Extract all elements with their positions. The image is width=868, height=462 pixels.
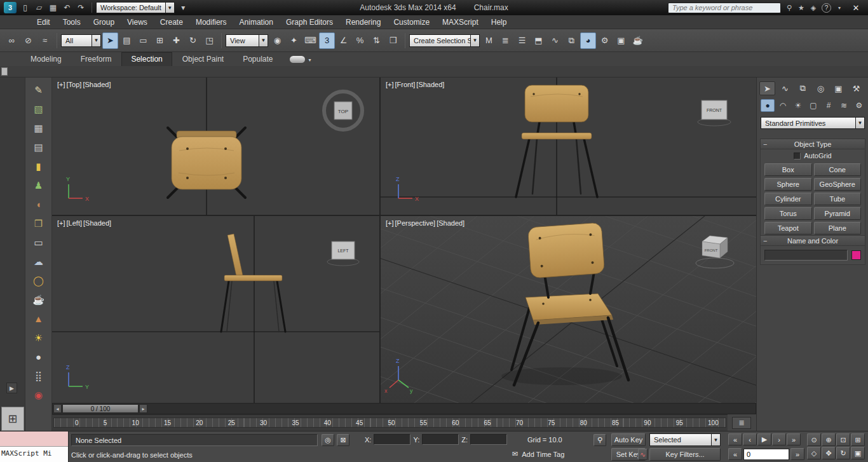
menu-item[interactable]: Views <box>121 15 154 29</box>
select-object-icon[interactable]: ➤ <box>102 32 118 49</box>
mini-curve-editor-button[interactable]: ≣ <box>732 417 751 429</box>
undo-icon[interactable]: ↶ <box>60 1 74 14</box>
viewport-menu-view[interactable]: [Perspective] <box>395 219 436 227</box>
schematic-view-icon[interactable]: ⧉ <box>564 32 580 49</box>
curve-editor-icon[interactable]: ∿ <box>547 32 563 49</box>
motion-tab-icon[interactable]: ◎ <box>813 81 829 95</box>
material-editor-icon[interactable]: ◕ <box>580 32 596 49</box>
layer-manager-icon[interactable]: ☰ <box>514 32 530 49</box>
tab-modeling[interactable]: Modeling <box>22 53 71 66</box>
viewport-perspective[interactable]: [+] [Perspective] [Shaded] <box>381 216 756 403</box>
name-and-color-rollout-header[interactable]: − Name and Color <box>761 236 865 246</box>
maxscript-mini-listener[interactable]: MAXScript Mi <box>0 431 69 462</box>
go-to-start-button[interactable]: « <box>728 433 742 445</box>
select-by-name-icon[interactable]: ▤ <box>119 32 135 49</box>
tab-freeform[interactable]: Freeform <box>72 53 121 66</box>
new-file-icon[interactable]: ▯ <box>18 1 32 14</box>
align-icon[interactable]: ≣ <box>498 32 513 49</box>
sphere-tool-icon[interactable]: ● <box>29 348 48 365</box>
communication-center-icon[interactable]: ✉ <box>512 450 518 458</box>
next-key-button[interactable]: » <box>790 448 804 460</box>
grid-array-icon[interactable]: ⣿ <box>29 367 48 384</box>
spinner-snap-icon[interactable]: ⇅ <box>369 32 384 49</box>
viewport-layout-tabs-button[interactable]: ⊞ <box>1 407 24 431</box>
viewport-left[interactable]: [+] [Left] [Shaded] <box>52 216 379 403</box>
z-field[interactable] <box>470 434 507 445</box>
help-icon[interactable]: ? <box>822 3 831 13</box>
record-icon[interactable]: ◉ <box>29 386 48 404</box>
mirror-icon[interactable]: M <box>481 32 497 49</box>
tab-object-paint[interactable]: Object Paint <box>173 53 233 66</box>
select-and-manipulate-icon[interactable]: ✦ <box>286 32 302 49</box>
geometry-icon[interactable]: ● <box>761 99 775 112</box>
viewport-front[interactable]: [+] [Front] [Shaded] <box>381 78 756 215</box>
viewport-menu-shading[interactable]: [Shaded] <box>416 81 444 88</box>
ribbon-config-arrow-icon[interactable]: ▾ <box>309 57 311 63</box>
selection-lock-icon[interactable]: ⊠ <box>337 434 349 446</box>
macro-recorder-row[interactable] <box>0 431 68 447</box>
cubes-icon[interactable]: ❒ <box>29 215 48 232</box>
box-button[interactable]: Box <box>764 163 812 176</box>
workspace-dropdown[interactable]: Workspace: Default ▼ <box>96 2 175 13</box>
viewport-menu-plus[interactable]: [+] <box>386 219 394 227</box>
app-logo-icon[interactable]: 3 <box>4 2 17 13</box>
zoom-extents-icon[interactable]: ⊡ <box>836 433 850 446</box>
render-setup-icon[interactable]: ⚙ <box>597 32 613 49</box>
search-icon[interactable]: ⚲ <box>783 2 795 13</box>
display-tab-icon[interactable]: ▣ <box>831 81 846 95</box>
close-icon[interactable]: ✕ <box>848 1 864 14</box>
chair-left-view[interactable] <box>221 234 285 332</box>
menu-item[interactable]: Modifiers <box>189 15 233 29</box>
tube-button[interactable]: Tube <box>814 193 862 205</box>
cameras-icon[interactable]: ▢ <box>806 99 820 112</box>
search-input[interactable] <box>668 3 781 13</box>
community-icon[interactable]: ◈ <box>808 2 819 13</box>
left-viewport-canvas[interactable]: LEFT Z Y <box>52 216 379 403</box>
menu-item[interactable]: Create <box>154 15 189 29</box>
zoom-extents-all-icon[interactable]: ⊞ <box>851 433 865 446</box>
viewport-menu-view[interactable]: [Front] <box>395 81 416 88</box>
viewport-menu-plus[interactable]: [+] <box>57 81 65 88</box>
chair-top-view[interactable] <box>168 128 245 198</box>
cloud-tool-icon[interactable]: ☁ <box>29 253 48 270</box>
bind-to-space-warp-icon[interactable]: ≈ <box>37 32 53 49</box>
window-crossing-icon[interactable]: ⊞ <box>152 32 168 49</box>
space-warps-icon[interactable]: ≋ <box>837 99 851 112</box>
zoom-icon[interactable]: ⊙ <box>807 433 821 446</box>
favorites-icon[interactable]: ★ <box>796 2 807 13</box>
reference-coordinate-dropdown[interactable]: View ▼ <box>226 34 268 47</box>
next-frame-button[interactable]: › <box>772 433 786 445</box>
menu-item[interactable]: Help <box>485 15 513 29</box>
lights-icon[interactable]: ☀ <box>791 99 805 112</box>
populate-people-icon[interactable]: ♟ <box>29 177 48 194</box>
play-button[interactable]: ▶ <box>757 433 771 445</box>
sphere-button[interactable]: Sphere <box>764 178 812 191</box>
rendered-frame-icon[interactable]: ▣ <box>613 32 629 49</box>
menu-item[interactable]: Customize <box>387 15 436 29</box>
track-bar[interactable]: 0510152025303540455055606570758085909510… <box>52 414 728 431</box>
rectangle-tool-icon[interactable]: ▭ <box>29 234 48 251</box>
rectangular-selection-region-icon[interactable]: ▭ <box>135 32 151 49</box>
menu-item[interactable]: Graph Editors <box>280 15 339 29</box>
auto-key-button[interactable]: Auto Key <box>611 433 646 446</box>
set-keys-icon[interactable]: ⚲ <box>593 434 606 446</box>
create-tab-icon[interactable]: ➤ <box>759 81 775 95</box>
image-map-icon[interactable]: ▧ <box>29 100 48 118</box>
current-frame-field[interactable] <box>743 449 789 460</box>
hierarchy-tab-icon[interactable]: ⧉ <box>795 81 811 95</box>
teapot-button[interactable]: Teapot <box>764 222 812 234</box>
select-and-scale-icon[interactable]: ◳ <box>201 32 217 49</box>
plane-button[interactable]: Plane <box>814 222 862 234</box>
fov-icon[interactable]: ◇ <box>807 447 821 459</box>
ribbon-config-icon[interactable] <box>290 56 305 63</box>
menu-item[interactable]: Edit <box>31 15 57 29</box>
modify-tab-icon[interactable]: ∿ <box>777 81 793 95</box>
zoom-all-icon[interactable]: ⊕ <box>822 433 836 446</box>
viewport-menu-view[interactable]: [Top] <box>67 81 82 88</box>
cone-tool-icon[interactable]: ▲ <box>29 310 48 327</box>
select-and-move-icon[interactable]: ✚ <box>168 32 184 49</box>
previous-key-button[interactable]: « <box>728 448 742 460</box>
x-field[interactable] <box>374 434 410 445</box>
hemisphere-icon[interactable]: ◖ <box>29 196 48 213</box>
viewport-menu-shading[interactable]: [Shaded] <box>437 219 465 227</box>
